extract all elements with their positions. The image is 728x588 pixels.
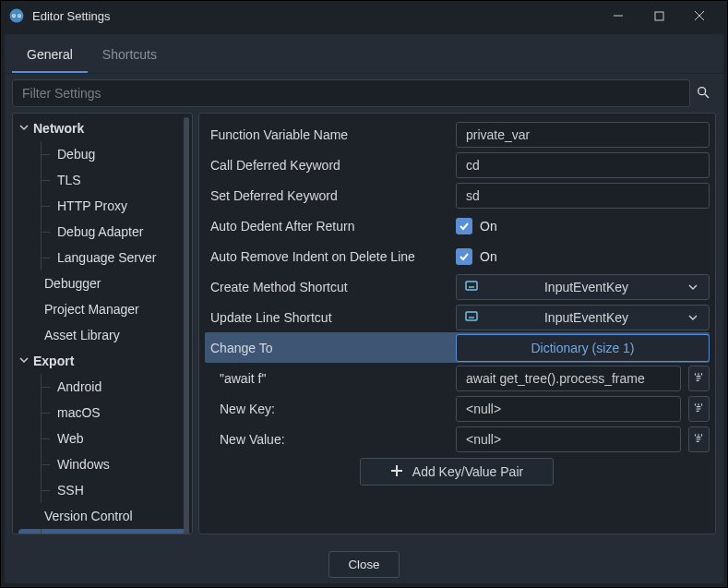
minimize-button[interactable] [598,1,638,30]
settings-tree[interactable]: Network Debug TLS HTTP Proxy Debug Adapt… [12,113,193,534]
search-icon[interactable] [690,85,716,102]
titlebar: Editor Settings [1,1,727,30]
tree-project-manager[interactable]: Project Manager [13,296,192,322]
close-window-button[interactable] [679,1,720,30]
svg-point-9 [698,87,706,94]
select-create-method-shortcut[interactable]: InputEventKey [456,274,710,300]
window-title: Editor Settings [32,9,598,23]
tree-export-ssh[interactable]: SSH [13,477,192,503]
row-call-deferred-keyword: Call Deferred Keyword [205,150,710,180]
row-dict-entry: "await f" [205,363,710,393]
row-auto-remove-indent: Auto Remove Indent on Delete Line On [205,241,710,271]
tree-scrollbar[interactable] [185,117,190,530]
tree-asset-library[interactable]: Asset Library [13,322,192,348]
select-update-line-shortcut[interactable]: InputEventKey [456,305,710,330]
tree-export[interactable]: Export [13,348,192,374]
input-dict-entry-value[interactable] [456,366,681,391]
input-call-deferred-keyword[interactable] [456,152,710,178]
svg-point-0 [10,9,24,23]
app-icon [8,7,25,24]
svg-point-4 [18,15,20,17]
tree-export-windows[interactable]: Windows [13,451,192,477]
svg-line-10 [705,94,709,98]
tree-network-debug-adapter[interactable]: Debug Adapter [13,219,192,245]
row-create-method-shortcut: Create Method Shortcut InputEventKey [205,271,710,302]
row-update-line-shortcut: Update Line Shortcut InputEventKey [205,302,710,332]
input-new-value[interactable] [456,426,681,452]
button-change-to-dictionary[interactable]: Dictionary (size 1) [456,334,710,362]
tree-debugger[interactable]: Debugger [13,270,192,296]
chevron-down-icon [18,121,30,136]
keyboard-icon [464,278,484,295]
svg-rect-16 [466,312,477,320]
edit-icon-button[interactable] [688,366,710,391]
svg-rect-6 [655,12,663,20]
input-set-deferred-keyword[interactable] [456,183,710,209]
tree-export-macos[interactable]: macOS [13,400,192,426]
filter-settings-input[interactable] [12,79,690,107]
tree-network[interactable]: Network [13,115,192,141]
checkbox-auto-remove-indent[interactable] [456,248,472,265]
svg-point-3 [13,15,15,17]
input-function-variable-name[interactable] [456,122,710,148]
tree-export-android[interactable]: Android [13,374,192,400]
plus-icon [390,464,403,480]
tree-gdscript-qol[interactable]: GDScript Qol [18,529,186,534]
row-new-key: New Key: [205,393,710,424]
tab-general[interactable]: General [12,38,88,73]
edit-icon-button[interactable] [688,396,710,422]
row-new-value: New Value: [205,424,710,454]
tree-version-control[interactable]: Version Control [13,503,192,529]
label-function-variable-name: Function Variable Name [205,127,450,142]
tab-shortcuts[interactable]: Shortcuts [88,38,172,73]
tree-network-http-proxy[interactable]: HTTP Proxy [13,193,192,219]
checkbox-auto-dedent[interactable] [456,218,472,234]
row-set-deferred-keyword: Set Deferred Keyword [205,180,710,210]
keyboard-icon [464,308,484,326]
row-auto-dedent: Auto Dedent After Return On [205,210,710,241]
tabs: General Shortcuts [5,34,723,74]
editor-settings-window: Editor Settings General Shortcuts Networ… [0,0,728,588]
input-new-key[interactable] [456,396,681,422]
close-button[interactable]: Close [328,551,399,578]
chevron-down-icon [18,354,30,368]
maximize-button[interactable] [638,1,679,30]
tree-export-web[interactable]: Web [13,426,192,451]
add-key-value-button[interactable]: Add Key/Value Pair [360,458,554,486]
edit-icon-button[interactable] [688,426,710,452]
chevron-down-icon [688,280,701,294]
tree-network-language-server[interactable]: Language Server [13,245,192,270]
svg-rect-11 [466,282,477,290]
dict-entry-key: "await f" [205,371,450,386]
settings-panel: Function Variable Name Call Deferred Key… [198,113,716,534]
tree-network-debug[interactable]: Debug [13,141,192,167]
row-change-to: Change To Dictionary (size 1) [205,332,710,363]
chevron-down-icon [688,310,701,325]
row-function-variable-name: Function Variable Name [205,119,710,150]
tree-network-tls[interactable]: TLS [13,167,192,193]
